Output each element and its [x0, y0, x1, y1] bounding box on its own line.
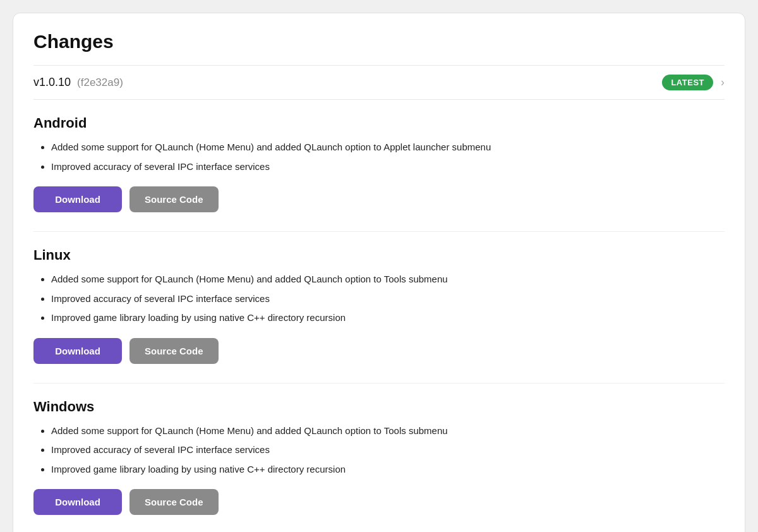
- page-title: Changes: [33, 31, 725, 52]
- linux-button-row: Download Source Code: [33, 338, 725, 364]
- linux-download-button[interactable]: Download: [33, 338, 122, 364]
- changes-card: Changes v1.0.10 (f2e32a9) LATEST › Andro…: [13, 13, 745, 532]
- linux-section-title: Linux: [33, 247, 725, 263]
- list-item: Improved accuracy of several IPC interfa…: [51, 292, 725, 306]
- list-item: Added some support for QLaunch (Home Men…: [51, 424, 725, 438]
- chevron-right-icon[interactable]: ›: [721, 76, 725, 89]
- list-item: Added some support for QLaunch (Home Men…: [51, 140, 725, 155]
- windows-section-title: Windows: [33, 399, 725, 415]
- android-section: Android Added some support for QLaunch (…: [33, 115, 725, 212]
- latest-badge: LATEST: [662, 75, 713, 90]
- android-bullet-list: Added some support for QLaunch (Home Men…: [33, 140, 725, 174]
- version-bar: v1.0.10 (f2e32a9) LATEST ›: [33, 65, 725, 100]
- section-divider: [33, 231, 725, 232]
- windows-bullet-list: Added some support for QLaunch (Home Men…: [33, 424, 725, 477]
- windows-section: Windows Added some support for QLaunch (…: [33, 399, 725, 516]
- windows-download-button[interactable]: Download: [33, 489, 122, 515]
- version-number: v1.0.10: [33, 76, 71, 89]
- windows-source-button[interactable]: Source Code: [129, 489, 219, 515]
- windows-button-row: Download Source Code: [33, 489, 725, 515]
- list-item: Improved game library loading by using n…: [51, 462, 725, 477]
- linux-source-button[interactable]: Source Code: [129, 338, 219, 364]
- version-hash: (f2e32a9): [77, 76, 123, 89]
- version-info: v1.0.10 (f2e32a9): [33, 76, 123, 89]
- list-item: Added some support for QLaunch (Home Men…: [51, 272, 725, 287]
- list-item: Improved accuracy of several IPC interfa…: [51, 160, 725, 174]
- android-download-button[interactable]: Download: [33, 186, 122, 212]
- section-divider: [33, 383, 725, 384]
- linux-section: Linux Added some support for QLaunch (Ho…: [33, 247, 725, 364]
- android-source-button[interactable]: Source Code: [129, 186, 219, 212]
- linux-bullet-list: Added some support for QLaunch (Home Men…: [33, 272, 725, 325]
- list-item: Improved accuracy of several IPC interfa…: [51, 443, 725, 457]
- list-item: Improved game library loading by using n…: [51, 311, 725, 325]
- android-section-title: Android: [33, 115, 725, 131]
- android-button-row: Download Source Code: [33, 186, 725, 212]
- version-right: LATEST ›: [662, 75, 725, 90]
